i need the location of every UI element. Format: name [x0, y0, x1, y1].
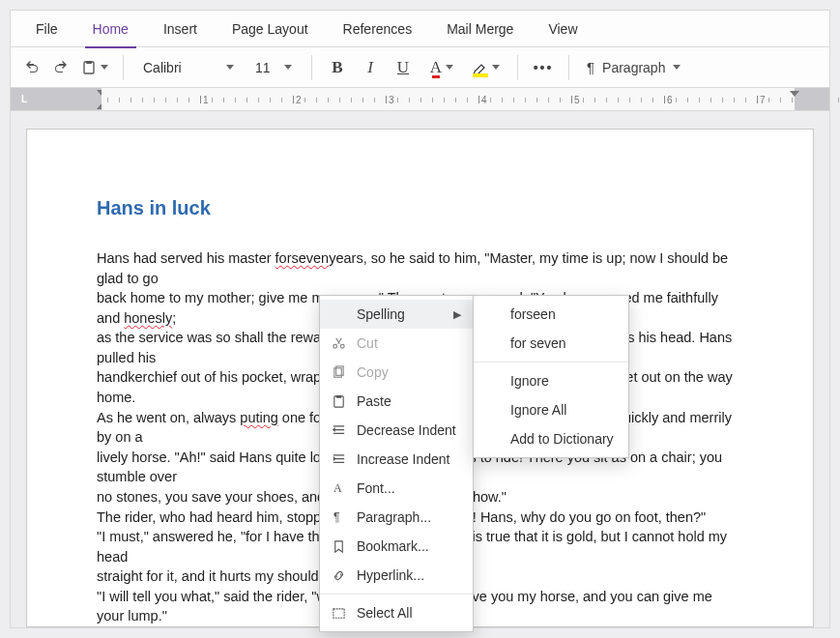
ruler-tick	[409, 92, 410, 107]
redo-button[interactable]	[49, 54, 72, 81]
context-menu-label: Copy	[357, 364, 389, 380]
clipboard-dropdown[interactable]	[78, 54, 111, 81]
context-menu-item-copy: Copy	[320, 358, 473, 387]
chevron-down-icon	[492, 65, 500, 70]
ruler-tick	[177, 92, 178, 107]
ruler-tick	[339, 92, 340, 107]
svg-rect-10	[333, 608, 343, 617]
context-menu-item-cut: Cut	[320, 329, 473, 358]
context-menu-item-paste[interactable]: Paste	[320, 387, 473, 416]
ruler-tick	[154, 92, 155, 107]
more-button[interactable]: •••	[530, 60, 557, 75]
spelling-submenu: forseenfor sevenIgnoreIgnore AllAdd to D…	[473, 295, 629, 458]
ruler-tick	[490, 92, 491, 107]
ruler-tick	[258, 92, 259, 107]
menu-bar: FileHomeInsertPage LayoutReferencesMail …	[11, 11, 829, 47]
ruler-tick	[629, 92, 630, 107]
context-menu-item-font[interactable]: AFont...	[320, 474, 473, 503]
separator	[568, 55, 569, 80]
suggestion-label: for seven	[510, 335, 566, 351]
ruler-tick	[142, 92, 143, 107]
menu-tab-file[interactable]: File	[18, 11, 75, 47]
ruler-tick	[734, 92, 735, 107]
text-line[interactable]: Hans had served his master forsevenyears…	[97, 248, 743, 288]
context-menu-label: Select All	[357, 605, 413, 621]
ruler-tick	[328, 92, 329, 107]
ruler-tick	[130, 92, 131, 107]
bookmark-icon	[330, 539, 347, 554]
ruler-tick	[676, 92, 677, 107]
spelling-suggestion[interactable]: for seven	[474, 329, 628, 358]
ruler-scale[interactable]: 1234567	[101, 88, 795, 110]
context-menu-item-hyperlink[interactable]: Hyperlink...	[320, 561, 473, 590]
spelling-action-add-to-dictionary[interactable]: Add to Dictionary	[474, 424, 628, 453]
ruler-tick	[560, 92, 561, 107]
menu-tab-insert[interactable]: Insert	[146, 11, 215, 47]
separator	[123, 55, 124, 80]
ruler-tick	[687, 92, 688, 107]
ruler-tick-major: 3	[386, 92, 394, 107]
separator	[517, 55, 518, 80]
bold-button[interactable]: B	[324, 58, 351, 77]
paragraph-style-dropdown[interactable]: ¶ Paragraph	[581, 59, 686, 75]
chevron-right-icon: ▶	[453, 308, 461, 321]
font-icon: A	[330, 481, 347, 496]
select-icon	[330, 606, 347, 621]
ruler-right-margin[interactable]	[795, 88, 829, 110]
cut-icon	[330, 336, 347, 351]
font-color-dropdown[interactable]: A	[422, 58, 461, 77]
text-run[interactable]: straight for it, and it hurts my shoulde…	[97, 568, 339, 584]
font-size-combo[interactable]: 11	[247, 54, 300, 81]
action-label: Ignore	[510, 373, 549, 389]
copy-icon	[330, 365, 347, 380]
text-run[interactable]: ;	[172, 310, 176, 326]
menu-tab-page-layout[interactable]: Page Layout	[215, 11, 326, 47]
spelling-action-ignore[interactable]: Ignore	[474, 366, 628, 395]
ruler-tick	[304, 92, 305, 107]
undo-button[interactable]	[20, 54, 43, 81]
ruler-tick-major	[107, 92, 108, 107]
misspelled-word[interactable]: honesly	[124, 310, 172, 326]
ruler-tick	[235, 92, 236, 107]
svg-point-3	[340, 344, 344, 348]
document-title[interactable]: Hans in luck	[97, 197, 743, 219]
misspelled-word[interactable]: forseven	[275, 250, 330, 266]
menu-tab-view[interactable]: View	[531, 11, 594, 47]
ruler-tick	[246, 92, 247, 107]
misspelled-word[interactable]: puting	[240, 410, 278, 425]
ruler-tick	[165, 92, 166, 107]
ruler-tick	[652, 92, 653, 107]
svg-text:A: A	[333, 481, 341, 495]
text-run[interactable]: As he went on, always	[97, 410, 240, 425]
context-menu-item-spelling[interactable]: Spelling▶	[320, 300, 473, 329]
ruler-tick	[455, 92, 456, 107]
spelling-suggestion[interactable]: forseen	[474, 300, 628, 329]
highlight-color-dropdown[interactable]	[467, 60, 506, 75]
svg-rect-1	[86, 61, 92, 64]
ruler-left-margin[interactable]	[38, 88, 101, 110]
pilcrow-icon: ¶	[587, 59, 594, 75]
ruler-tick-major: 5	[571, 92, 580, 107]
menu-tab-home[interactable]: Home	[75, 11, 146, 47]
font-name-combo[interactable]: Calibri	[135, 54, 242, 81]
menu-tab-mail-merge[interactable]: Mail Merge	[429, 11, 531, 47]
italic-button[interactable]: I	[357, 58, 384, 77]
ruler-tick	[316, 92, 317, 107]
spelling-action-ignore-all[interactable]: Ignore All	[474, 395, 628, 424]
chevron-down-icon	[673, 65, 681, 70]
ruler-tick	[618, 92, 619, 107]
underline-button[interactable]: U	[390, 58, 417, 77]
chevron-down-icon	[446, 65, 453, 70]
context-menu-item-increase-indent[interactable]: Increase Indent	[320, 445, 473, 474]
menu-tab-references[interactable]: References	[326, 11, 430, 47]
context-menu-item-bookmark[interactable]: Bookmark...	[320, 532, 473, 561]
context-menu-item-decrease-indent[interactable]: Decrease Indent	[320, 416, 473, 445]
ruler-tick	[583, 92, 584, 107]
ruler-tick	[397, 92, 398, 107]
context-menu-item-select-all[interactable]: Select All	[320, 598, 473, 627]
ruler-tick	[594, 92, 595, 107]
ruler-corner[interactable]: L	[11, 88, 38, 110]
indent-inc-icon	[330, 452, 347, 467]
context-menu-item-paragraph[interactable]: ¶Paragraph...	[320, 503, 473, 532]
text-run[interactable]: Hans had served his master	[97, 250, 275, 266]
